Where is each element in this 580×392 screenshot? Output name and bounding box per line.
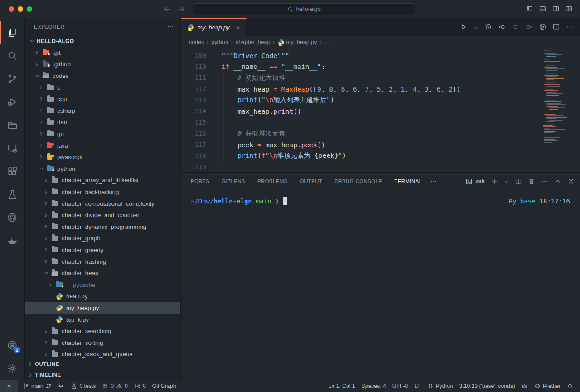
- activity-search[interactable]: [0, 44, 24, 67]
- chevron-right-icon[interactable]: [38, 119, 45, 126]
- tree-item-csharp[interactable]: csharp: [25, 105, 180, 117]
- run-dropdown-icon[interactable]: [473, 24, 478, 30]
- panel-tab-problems[interactable]: PROBLEMS: [257, 173, 288, 190]
- chevron-right-icon[interactable]: [33, 61, 40, 68]
- chevron-down-icon[interactable]: [42, 270, 49, 277]
- terminal-dropdown-icon[interactable]: [504, 178, 509, 185]
- tree-item--github[interactable]: .github: [25, 58, 180, 70]
- tree-item-chapter-sorting[interactable]: chapter_sorting: [25, 337, 180, 348]
- timeline-history-icon[interactable]: [484, 23, 492, 31]
- activity-folder-library[interactable]: [0, 113, 24, 136]
- nav-current-icon[interactable]: [512, 23, 519, 31]
- tree-item-go[interactable]: go: [25, 128, 180, 140]
- nav-back-icon[interactable]: [498, 23, 506, 31]
- tree-item-chapter-greedy[interactable]: chapter_greedy: [25, 244, 180, 256]
- breadcrumb-item[interactable]: chapter_heap: [236, 39, 270, 45]
- panel-tab-debug-console[interactable]: DEBUG CONSOLE: [334, 173, 382, 190]
- status-python-interpreter[interactable]: 3.10.13 ('base': conda): [456, 380, 518, 392]
- breadcrumb-item[interactable]: python: [211, 39, 228, 45]
- tree-item-chapter-heap[interactable]: chapter_heap: [25, 267, 180, 279]
- breadcrumb-item[interactable]: ...: [324, 39, 329, 45]
- close-window-button[interactable]: [9, 6, 14, 12]
- chevron-right-icon[interactable]: [47, 281, 54, 288]
- split-terminal-icon[interactable]: [515, 178, 522, 185]
- tree-item--git[interactable]: .git: [25, 47, 180, 59]
- minimize-window-button[interactable]: [18, 6, 23, 12]
- tree-item-python[interactable]: python: [25, 163, 180, 175]
- kill-terminal-icon[interactable]: [528, 178, 535, 185]
- tree-item-chapter-searching[interactable]: chapter_searching: [25, 325, 180, 337]
- close-tab-icon[interactable]: [235, 24, 241, 31]
- status-indentation[interactable]: Spaces: 4: [358, 380, 389, 392]
- tree-item-my-heap-py[interactable]: my_heap.py: [25, 302, 180, 314]
- close-panel-icon[interactable]: [567, 178, 575, 185]
- tree-item-chapter-divide-and-conquer[interactable]: chapter_divide_and_conquer: [25, 209, 180, 221]
- panel-tab-gitlens[interactable]: GITLENS: [222, 173, 245, 190]
- run-or-debug-icon[interactable]: [539, 23, 546, 31]
- section-outline[interactable]: OUTLINE: [25, 358, 180, 369]
- chevron-right-icon[interactable]: [42, 177, 49, 184]
- status-cursor-position[interactable]: Ln 1, Col 1: [325, 380, 358, 392]
- status-remote-indicator[interactable]: [0, 380, 18, 392]
- breadcrumb-item[interactable]: my_heap.py: [277, 39, 317, 45]
- new-terminal-icon[interactable]: [491, 178, 498, 185]
- tree-item-java[interactable]: java: [25, 140, 180, 151]
- nav-forward-icon[interactable]: [525, 23, 533, 31]
- chevron-right-icon[interactable]: [42, 200, 49, 207]
- panel-tab-terminal[interactable]: TERMINAL: [394, 173, 422, 190]
- tree-item-heap-py[interactable]: heap.py: [25, 290, 180, 302]
- navigate-back-icon[interactable]: [163, 5, 171, 13]
- status-git-graph-label[interactable]: Git Graph: [149, 380, 179, 392]
- status-eol[interactable]: LF: [411, 380, 424, 392]
- chevron-down-icon[interactable]: [33, 73, 40, 80]
- tree-item-chapter-stack-and-queue[interactable]: chapter_stack_and_queue: [25, 348, 180, 358]
- tree-item-c[interactable]: c: [25, 82, 180, 93]
- toggle-secondary-sidebar-icon[interactable]: [552, 5, 560, 13]
- toggle-sidebar-icon[interactable]: [526, 5, 533, 13]
- tree-item-chapter-array-and-linkedlist[interactable]: chapter_array_and_linkedlist: [25, 174, 180, 186]
- chevron-right-icon[interactable]: [38, 142, 45, 149]
- status-prettier[interactable]: Prettier: [531, 380, 564, 392]
- chevron-down-icon[interactable]: [38, 165, 45, 172]
- zoom-window-button[interactable]: [27, 6, 32, 12]
- panel-tab-ports[interactable]: PORTS: [191, 173, 209, 190]
- activity-remote-explorer[interactable]: [0, 136, 24, 160]
- activity-source-control[interactable]: [0, 67, 24, 90]
- chevron-right-icon[interactable]: [42, 235, 49, 242]
- activity-settings[interactable]: [0, 357, 24, 380]
- activity-run-debug[interactable]: [0, 90, 24, 113]
- chevron-right-icon[interactable]: [38, 107, 45, 114]
- terminal-more-icon[interactable]: [541, 178, 548, 185]
- chevron-right-icon[interactable]: [42, 189, 49, 196]
- panel-tab-output[interactable]: OUTPUT: [300, 173, 322, 190]
- tree-item-chapter-hashing[interactable]: chapter_hashing: [25, 256, 180, 267]
- chevron-right-icon[interactable]: [38, 96, 45, 103]
- tree-item-codes[interactable]: codes: [25, 70, 180, 82]
- tree-item-javascript[interactable]: javascript: [25, 151, 180, 163]
- activity-explorer[interactable]: [0, 21, 24, 44]
- breadcrumb-item[interactable]: codes: [189, 39, 204, 45]
- tree-item-hello-algo[interactable]: HELLO-ALGO: [25, 35, 180, 47]
- tree-item-cpp[interactable]: cpp: [25, 93, 180, 105]
- chevron-right-icon[interactable]: [38, 154, 45, 161]
- explorer-more-icon[interactable]: [167, 23, 174, 30]
- status-language-mode[interactable]: Python: [424, 380, 456, 392]
- chevron-right-icon[interactable]: [42, 223, 49, 230]
- tree-item-chapter-computational-complexity[interactable]: chapter_computational_complexity: [25, 198, 180, 209]
- chevron-right-icon[interactable]: [42, 339, 49, 346]
- section-timeline[interactable]: TIMELINE: [25, 369, 180, 380]
- tree-item-chapter-dynamic-programming[interactable]: chapter_dynamic_programming: [25, 221, 180, 233]
- activity-github[interactable]: [0, 206, 24, 229]
- split-editor-icon[interactable]: [552, 23, 560, 31]
- chevron-right-icon[interactable]: [38, 84, 45, 91]
- run-python-file-icon[interactable]: [459, 23, 467, 31]
- chevron-right-icon[interactable]: [42, 212, 49, 219]
- activity-accounts[interactable]: 1: [0, 334, 24, 357]
- tree-item-dart[interactable]: dart: [25, 116, 180, 128]
- activity-docker[interactable]: [0, 229, 24, 252]
- terminal-view[interactable]: ~/Dow/hello-algomain❯ Py base18:17:16: [181, 190, 580, 380]
- chevron-right-icon[interactable]: [33, 49, 40, 56]
- tab-my-heap-py[interactable]: my_heap.py: [181, 18, 247, 36]
- tree-item-chapter-graph[interactable]: chapter_graph: [25, 232, 180, 244]
- chevron-right-icon[interactable]: [42, 328, 49, 335]
